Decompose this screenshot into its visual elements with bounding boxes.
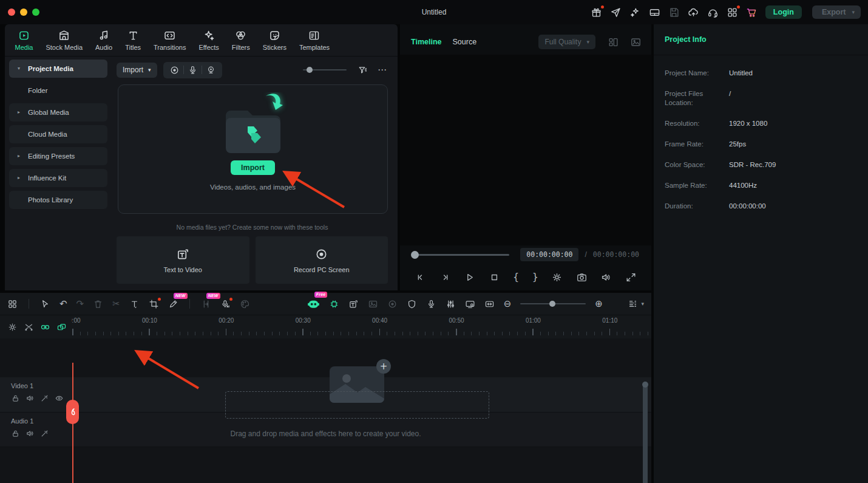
redo-icon[interactable]: ↷ bbox=[76, 300, 84, 309]
gift-promo-icon[interactable] bbox=[591, 7, 602, 18]
sidebar-item-photos-library[interactable]: Photos Library bbox=[9, 191, 107, 209]
tab-templates[interactable]: Templates bbox=[293, 29, 336, 51]
mask-shield-icon[interactable] bbox=[407, 299, 417, 309]
apps-grid-icon[interactable] bbox=[727, 7, 738, 18]
timeline-settings-icon[interactable] bbox=[7, 322, 18, 332]
timeline-zoom-slider[interactable] bbox=[520, 303, 586, 304]
tab-effects[interactable]: Effects bbox=[192, 29, 225, 51]
stop-button[interactable] bbox=[489, 272, 500, 283]
add-media-plus-icon[interactable]: + bbox=[376, 359, 391, 374]
support-headset-icon[interactable] bbox=[707, 7, 719, 18]
mute-track-icon[interactable] bbox=[25, 429, 35, 438]
scrubber-knob[interactable] bbox=[411, 251, 419, 259]
import-dropzone[interactable]: Import Videos, audios, and images bbox=[118, 84, 388, 214]
volume-icon[interactable] bbox=[600, 272, 612, 283]
zoom-out-icon[interactable]: ⊖ bbox=[504, 300, 512, 309]
toolbox-grid-icon[interactable] bbox=[7, 299, 18, 309]
image-tool-icon[interactable] bbox=[368, 299, 378, 309]
tab-transitions[interactable]: Transitions bbox=[147, 29, 192, 51]
undo-icon[interactable]: ↶ bbox=[59, 300, 67, 309]
audio-mixer-icon[interactable] bbox=[446, 299, 456, 309]
voiceover-mic-icon[interactable] bbox=[426, 299, 436, 309]
tab-filters[interactable]: Filters bbox=[225, 29, 256, 51]
tab-stock-media[interactable]: Stock Media bbox=[39, 29, 89, 51]
delete-icon[interactable] bbox=[93, 299, 103, 309]
ripple-edit-icon[interactable]: NEW bbox=[201, 299, 211, 309]
mark-out-button[interactable]: } bbox=[532, 272, 538, 282]
thumbnail-size-slider[interactable] bbox=[303, 69, 347, 70]
sidebar-item-cloud-media[interactable]: Cloud Media bbox=[9, 125, 107, 143]
crop-icon[interactable] bbox=[149, 299, 159, 309]
keyframe-pen-icon[interactable]: NEW bbox=[168, 299, 178, 309]
timeline-dropzone[interactable] bbox=[225, 391, 489, 419]
import-button[interactable]: Import bbox=[231, 160, 275, 175]
import-dropdown[interactable]: Import▾ bbox=[117, 63, 157, 78]
whats-new-icon[interactable] bbox=[629, 7, 641, 18]
mark-in-button[interactable]: { bbox=[513, 272, 519, 282]
add-text-icon[interactable] bbox=[129, 299, 140, 309]
chevron-down-icon[interactable]: ▾ bbox=[641, 301, 644, 307]
sidebar-item-influence-kit[interactable]: ▸Influence Kit bbox=[9, 169, 107, 187]
playback-settings-icon[interactable] bbox=[551, 272, 563, 283]
hide-track-icon[interactable] bbox=[55, 394, 64, 403]
filter-funnel-icon[interactable] bbox=[358, 65, 368, 75]
sidebar-item-global-media[interactable]: ▸Global Media bbox=[9, 103, 107, 122]
ruler-strip[interactable]: 00:0000:1000:2000:3000:4000:5001:0001:10 bbox=[72, 315, 651, 338]
sidebar-item-editing-presets[interactable]: ▸Editing Presets bbox=[9, 147, 107, 165]
fullscreen-icon[interactable] bbox=[625, 272, 637, 283]
tab-media[interactable]: Media bbox=[8, 29, 39, 51]
text-to-video-tool-icon[interactable] bbox=[348, 299, 359, 309]
lock-track-icon[interactable] bbox=[11, 429, 20, 438]
tab-timeline-preview[interactable]: Timeline bbox=[411, 38, 441, 46]
magnetic-track-icon[interactable] bbox=[56, 322, 67, 332]
record-video-icon[interactable] bbox=[169, 65, 180, 75]
zoom-in-icon[interactable]: ⊕ bbox=[595, 300, 603, 309]
record-tool-icon[interactable] bbox=[387, 299, 398, 309]
split-scissors-icon[interactable]: ✂ bbox=[112, 300, 120, 309]
save-project-icon[interactable] bbox=[668, 7, 680, 18]
playback-quality-dropdown[interactable]: Full Quality▾ bbox=[538, 35, 595, 49]
fit-timeline-icon[interactable] bbox=[484, 299, 495, 309]
auto-ripple-off-icon[interactable] bbox=[24, 322, 34, 332]
ai-voice-icon[interactable] bbox=[220, 299, 231, 309]
playback-scrubber[interactable] bbox=[412, 254, 509, 256]
tab-source-preview[interactable]: Source bbox=[452, 38, 476, 46]
login-button[interactable]: Login bbox=[765, 5, 802, 19]
keyboard-shortcuts-icon[interactable] bbox=[649, 7, 660, 18]
lock-track-icon[interactable] bbox=[11, 394, 20, 403]
share-feedback-icon[interactable] bbox=[610, 7, 622, 18]
timeline-zoom-knob[interactable] bbox=[549, 301, 555, 307]
tab-audio[interactable]: Audio bbox=[89, 29, 119, 51]
select-tool-icon[interactable] bbox=[40, 299, 50, 309]
sidebar-item-project-media[interactable]: ▾Project Media bbox=[9, 60, 107, 78]
mask-palette-icon[interactable] bbox=[240, 299, 250, 309]
preview-layout-icon[interactable] bbox=[608, 36, 619, 48]
text-to-video-card[interactable]: Text to Video bbox=[117, 236, 249, 284]
thumbnail-size-knob[interactable] bbox=[307, 67, 313, 73]
track-wand-icon[interactable] bbox=[40, 429, 49, 438]
previous-frame-button[interactable] bbox=[415, 272, 426, 283]
mute-track-icon[interactable] bbox=[25, 394, 35, 403]
ai-chip-icon[interactable] bbox=[329, 299, 339, 309]
sidebar-item-folder[interactable]: Folder bbox=[9, 81, 107, 100]
cloud-upload-icon[interactable] bbox=[688, 7, 699, 18]
play-button[interactable] bbox=[464, 272, 475, 283]
export-button[interactable]: Export▾ bbox=[812, 5, 861, 19]
record-voiceover-icon[interactable] bbox=[188, 65, 198, 75]
ai-copilot-icon[interactable]: Free bbox=[307, 298, 320, 310]
playhead-handle[interactable] bbox=[66, 400, 79, 424]
snapshot-camera-icon[interactable] bbox=[576, 272, 588, 283]
record-webcam-icon[interactable] bbox=[206, 65, 216, 75]
more-options-icon[interactable]: ⋯ bbox=[378, 66, 388, 75]
tab-titles[interactable]: Titles bbox=[119, 29, 147, 51]
link-clips-icon[interactable] bbox=[40, 322, 50, 332]
purchase-cart-icon[interactable] bbox=[746, 7, 758, 18]
vertical-scrollbar[interactable] bbox=[643, 384, 648, 483]
track-wand-icon[interactable] bbox=[40, 394, 49, 403]
tab-stickers[interactable]: Stickers bbox=[256, 29, 293, 51]
preview-scopes-icon[interactable] bbox=[630, 36, 642, 48]
next-frame-button[interactable] bbox=[439, 272, 451, 283]
track-manager-icon[interactable] bbox=[628, 299, 638, 309]
current-timecode[interactable]: 00:00:00:00 bbox=[520, 248, 578, 261]
record-pc-screen-card[interactable]: Record PC Screen bbox=[256, 236, 388, 284]
